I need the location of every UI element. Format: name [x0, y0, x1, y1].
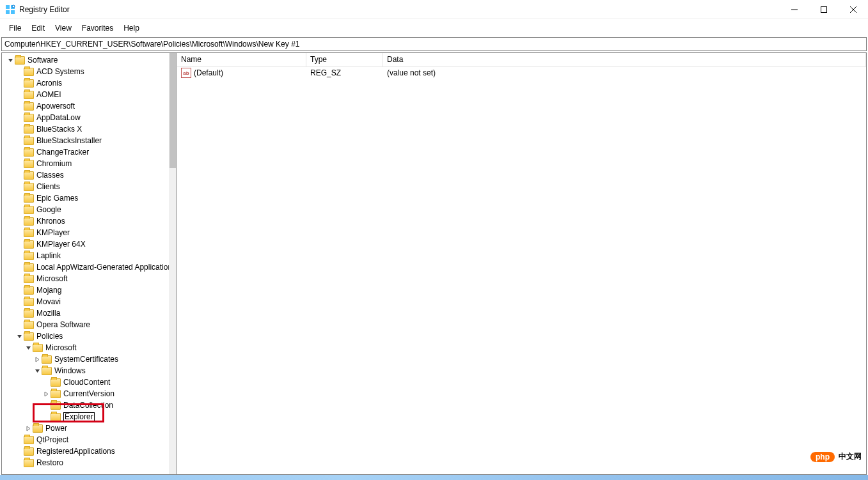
tree-node-label: Clients	[36, 181, 60, 192]
tree-node[interactable]: Classes	[4, 169, 177, 181]
tree-node-label: Laplink	[36, 250, 61, 261]
tree-node-label: BlueStacksInstaller	[36, 135, 102, 146]
folder-icon	[24, 206, 34, 214]
tree-node[interactable]: Local AppWizard-Generated Applications	[4, 261, 177, 273]
tree-node[interactable]: Microsoft	[4, 273, 177, 284]
tree-node[interactable]: Mojang	[4, 284, 177, 296]
tree-node[interactable]: Policies	[4, 330, 177, 342]
tree-node[interactable]: Acronis	[4, 77, 177, 89]
column-name[interactable]: Name	[177, 53, 306, 67]
tree-node[interactable]: Chromium	[4, 158, 177, 169]
tree-node-label: Khronos	[36, 215, 65, 227]
tree-node[interactable]: Clients	[4, 181, 177, 192]
tree-node[interactable]: Windows	[4, 365, 177, 376]
tree-node[interactable]: Microsoft	[4, 342, 177, 353]
tree-node-label: Power	[45, 422, 67, 434]
folder-icon	[24, 286, 34, 295]
menu-favorites[interactable]: Favorites	[77, 21, 118, 35]
close-button[interactable]	[839, 0, 868, 19]
folder-icon	[24, 240, 34, 249]
list-body[interactable]: ab(Default)REG_SZ(value not set)	[177, 67, 866, 474]
folder-icon	[42, 367, 52, 375]
folder-icon	[24, 263, 34, 272]
tree-node[interactable]: Power	[4, 422, 177, 434]
minimize-button[interactable]	[780, 0, 809, 19]
tree-node-label: Windows	[54, 365, 86, 376]
folder-icon	[24, 160, 34, 168]
title-bar: Registry Editor	[0, 0, 868, 19]
tree-node[interactable]: SystemCertificates	[4, 353, 177, 365]
collapse-icon[interactable]	[24, 345, 33, 351]
folder-icon	[24, 298, 34, 306]
tree-node[interactable]: KMPlayer 64X	[4, 238, 177, 250]
tree-node[interactable]: RegisteredApplications	[4, 445, 177, 457]
tree-node[interactable]: Laplink	[4, 250, 177, 261]
tree-node[interactable]: KMPlayer	[4, 227, 177, 238]
tree-panel: SoftwareACD SystemsAcronisAOMEIApowersof…	[1, 52, 177, 475]
tree-node[interactable]: Google	[4, 204, 177, 215]
registry-tree[interactable]: SoftwareACD SystemsAcronisAOMEIApowersof…	[2, 53, 177, 470]
tree-node[interactable]: Restoro	[4, 457, 177, 468]
folder-icon	[24, 194, 34, 203]
list-header: Name Type Data	[177, 53, 866, 67]
maximize-button[interactable]	[809, 0, 839, 19]
expand-icon[interactable]	[33, 357, 42, 362]
folder-icon	[24, 436, 34, 444]
collapse-icon[interactable]	[33, 368, 42, 374]
folder-icon	[24, 447, 34, 456]
tree-node[interactable]: Opera Software	[4, 319, 177, 330]
tree-node[interactable]: Movavi	[4, 296, 177, 307]
folder-icon	[24, 459, 34, 467]
tree-node-label: AOMEI	[36, 89, 61, 100]
collapse-icon[interactable]	[6, 58, 15, 63]
tree-node-label: Opera Software	[36, 319, 90, 330]
menu-edit[interactable]: Edit	[26, 21, 50, 35]
tree-node[interactable]: Epic Games	[4, 192, 177, 204]
tree-node[interactable]: Khronos	[4, 215, 177, 227]
folder-icon	[24, 321, 34, 329]
window-controls	[780, 0, 868, 19]
column-data[interactable]: Data	[383, 53, 866, 67]
menu-bar: File Edit View Favorites Help	[0, 19, 868, 37]
expand-icon[interactable]	[24, 426, 33, 431]
tree-node-label: AppDataLow	[36, 112, 81, 123]
menu-help[interactable]: Help	[118, 21, 145, 35]
tree-node-label: Apowersoft	[36, 100, 75, 112]
value-type-cell: REG_SZ	[306, 68, 383, 77]
scrollbar-thumb[interactable]	[170, 53, 176, 168]
menu-file[interactable]: File	[4, 21, 26, 35]
tree-node[interactable]: AppDataLow	[4, 112, 177, 123]
tree-node[interactable]: Mozilla	[4, 307, 177, 319]
tree-node-label: Acronis	[36, 77, 62, 89]
tree-scrollbar[interactable]	[169, 53, 177, 474]
os-taskbar-hint	[0, 475, 868, 480]
tree-node[interactable]: AOMEI	[4, 89, 177, 100]
svg-point-4	[12, 5, 15, 8]
tree-node[interactable]: QtProject	[4, 434, 177, 445]
menu-view[interactable]: View	[50, 21, 77, 35]
tree-node[interactable]: Software	[4, 54, 177, 66]
tree-node[interactable]: CurrentVersion	[4, 388, 177, 399]
folder-icon	[24, 102, 34, 111]
tree-node[interactable]: CloudContent	[4, 376, 177, 388]
tree-node[interactable]: ACD Systems	[4, 66, 177, 77]
tree-node[interactable]: Explorer	[4, 411, 177, 422]
tree-node-label: Local AppWizard-Generated Applications	[36, 261, 176, 273]
value-row[interactable]: ab(Default)REG_SZ(value not set)	[177, 67, 866, 79]
column-type[interactable]: Type	[306, 53, 383, 67]
tree-node[interactable]: ChangeTracker	[4, 146, 177, 158]
collapse-icon[interactable]	[15, 334, 24, 339]
tree-node-label: CloudContent	[63, 376, 110, 388]
tree-node[interactable]: BlueStacksInstaller	[4, 135, 177, 146]
window-title: Registry Editor	[19, 5, 70, 14]
address-bar[interactable]: Computer\HKEY_CURRENT_USER\Software\Poli…	[1, 37, 867, 51]
svg-rect-0	[6, 5, 10, 9]
expand-icon[interactable]	[42, 391, 51, 397]
watermark-badge: php	[810, 452, 835, 462]
tree-node[interactable]: DataCollection	[4, 399, 177, 411]
tree-node[interactable]: BlueStacks X	[4, 123, 177, 135]
rename-input[interactable]: Explorer	[63, 412, 95, 422]
tree-node[interactable]: Apowersoft	[4, 100, 177, 112]
tree-node-label: DataCollection	[63, 399, 113, 411]
folder-icon	[24, 275, 34, 283]
